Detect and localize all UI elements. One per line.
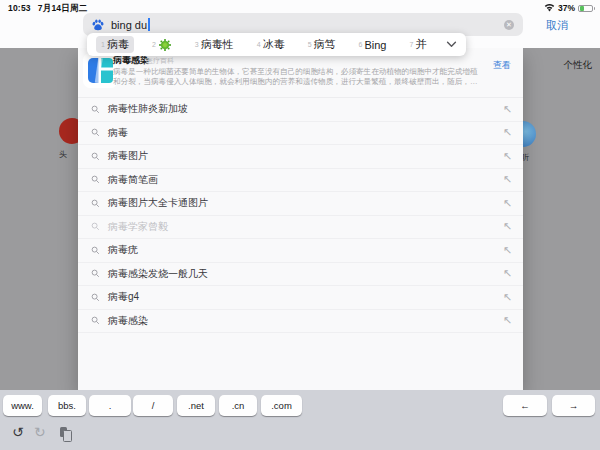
dimmed-background-left[interactable]: 头 [0,48,78,390]
ime-candidate[interactable]: 2 [147,38,177,52]
clock: 10:53 [8,3,31,13]
key-dotcn[interactable]: .cn [219,395,257,416]
key-arrow-left[interactable]: ← [503,395,547,416]
dimmed-background-right[interactable]: 个性化 听 [523,48,600,390]
redo-icon[interactable]: ↻ [34,424,46,440]
background-app-shortcut-blue [523,121,536,147]
search-icon [91,128,100,137]
key-bbs[interactable]: bbs. [48,395,86,416]
card-tag: 医疗百科 [146,56,174,66]
wifi-icon [544,4,555,12]
insert-suggestion-icon[interactable]: ↖ [503,197,512,210]
suggestion-row[interactable]: 病毒简笔画 ↖ [78,169,523,193]
baidu-paw-icon [91,18,105,32]
insert-suggestion-icon[interactable]: ↖ [503,103,512,116]
insert-suggestion-icon[interactable]: ↖ [503,150,512,163]
chevron-down-icon[interactable] [446,41,457,48]
suggestion-row[interactable]: 病毒学家曾毅 ↖ [78,216,523,240]
undo-icon[interactable]: ↺ [12,424,24,440]
ime-candidate[interactable]: 4 冰毒 [252,36,290,53]
key-dotcom[interactable]: .com [261,395,302,416]
view-link[interactable]: 查看 [493,59,511,72]
suggestion-row[interactable]: 病毒 ↖ [78,122,523,146]
clear-search-icon[interactable]: ✕ [504,20,514,30]
search-value: bing du [111,19,147,31]
battery-percent: 37% [558,3,575,13]
insert-suggestion-icon[interactable]: ↖ [503,126,512,139]
search-icon [91,105,100,114]
screen: 头 个性化 听 10:537月14日周二 37% [0,0,600,450]
date: 7月14日周二 [38,3,88,13]
suggestion-row[interactable]: 病毒图片大全卡通图片 ↖ [78,192,523,216]
search-icon [91,269,100,278]
suggestion-row[interactable]: 病毒图片 ↖ [78,145,523,169]
ime-candidate[interactable]: 5 病笃 [303,36,341,53]
search-icon [91,199,100,208]
card-description: 病毒是一种比细菌还要简单的生物体，它甚至没有自己的细胞结构，必须寄生在动植物的细… [113,67,485,87]
search-icon [91,152,100,161]
suggestion-row[interactable]: 病毒性肺炎新加坡 ↖ [78,98,523,122]
battery-icon [578,5,593,12]
search-suggestions-panel: 病毒感染 医疗百科 病毒是一种比细菌还要简单的生物体，它甚至没有自己的细胞结构，… [78,48,523,390]
search-icon [91,246,100,255]
search-icon [91,293,100,302]
search-icon [91,316,100,325]
insert-suggestion-icon[interactable]: ↖ [503,314,512,327]
keyboard-accessory-bar: www. bbs. . / .net .cn .com ← → ↺ ↻ [0,390,600,450]
ime-candidate[interactable]: 6 Bing [354,38,392,52]
key-arrow-right[interactable]: → [552,395,595,416]
search-icon [91,222,100,231]
ime-candidate[interactable]: 3 病毒性 [190,36,239,53]
insert-suggestion-icon[interactable]: ↖ [503,291,512,304]
insert-suggestion-icon[interactable]: ↖ [503,267,512,280]
background-shortcut-label: 听 [523,152,529,163]
key-dotnet[interactable]: .net [177,395,215,416]
ime-candidate[interactable]: 1 病毒 [96,36,134,53]
search-icon [91,175,100,184]
text-caret [148,18,150,31]
ime-candidate[interactable]: 7 并 [404,36,431,53]
suggestion-row[interactable]: 病毒感染 ↖ [78,310,523,334]
suggestion-row[interactable]: 病毒疣 ↖ [78,239,523,263]
insert-suggestion-icon[interactable]: ↖ [503,173,512,186]
virus-emoji-icon [161,41,169,49]
cancel-button[interactable]: 取消 [546,18,568,33]
key-www[interactable]: www. [3,395,42,416]
background-shortcut-label: 头 [59,149,67,160]
background-app-shortcut-red [59,118,78,144]
insert-suggestion-icon[interactable]: ↖ [503,244,512,257]
key-dot[interactable]: . [89,395,131,416]
insert-suggestion-icon[interactable]: ↖ [503,220,512,233]
ime-candidate-bar: 1 病毒 2 3 病毒性 4 冰毒 5 病笃 6 Bing 7 并 [87,33,466,56]
suggestion-row[interactable]: 病毒g4 ↖ [78,286,523,310]
key-slash[interactable]: / [133,395,173,416]
suggestion-row[interactable]: 病毒感染发烧一般几天 ↖ [78,263,523,287]
personalize-label: 个性化 [564,59,593,72]
paste-clipboard-icon[interactable] [60,427,70,440]
